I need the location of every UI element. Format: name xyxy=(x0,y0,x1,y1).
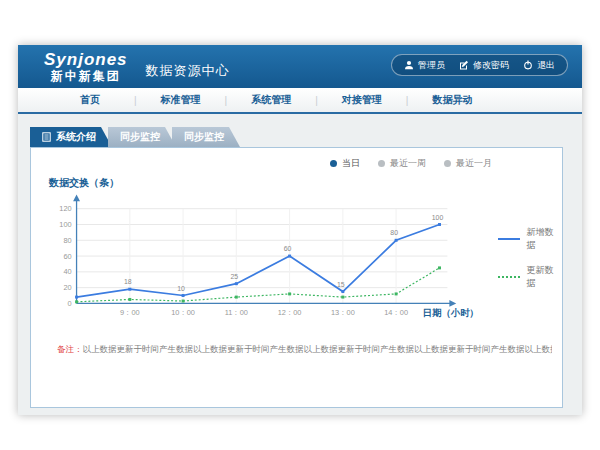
nav-item-data-change[interactable]: 数据异动 xyxy=(408,93,496,107)
nav-item-home[interactable]: 首页 xyxy=(46,93,134,107)
main-nav: 首页 | 标准管理 | 系统管理 | 对接管理 | 数据异动 xyxy=(18,88,582,114)
svg-text:18: 18 xyxy=(124,278,132,285)
svg-text:14：00: 14：00 xyxy=(384,308,408,317)
y-axis-title: 数据交换（条） xyxy=(49,176,562,190)
radio-last-month[interactable]: 最近一月 xyxy=(444,157,492,170)
user-icon xyxy=(404,60,414,70)
line-chart: 0204060801001209：0010：0011：0012：0013：001… xyxy=(45,192,484,328)
footnote-text: 以上数据更新于时间产生数据以上数据更新于时间产生数据以上数据更新于时间产生数据以… xyxy=(83,344,553,354)
footnote-prefix: 备注： xyxy=(57,344,83,354)
svg-text:25: 25 xyxy=(231,273,239,280)
logo-subtitle: 新中新集团 xyxy=(44,70,128,82)
power-icon xyxy=(523,60,533,70)
svg-text:100: 100 xyxy=(432,214,444,221)
svg-text:100: 100 xyxy=(59,220,71,229)
chart-legend: 新增数据 更新数据 xyxy=(498,226,562,328)
svg-text:0: 0 xyxy=(68,299,72,308)
radio-today[interactable]: 当日 xyxy=(330,157,360,170)
radio-dot xyxy=(444,160,451,167)
legend-line-solid-icon xyxy=(498,238,520,240)
header: Synjones 新中新集团 数据资源中心 管理员 修改密码 xyxy=(18,45,582,88)
change-password-label: 修改密码 xyxy=(473,59,509,72)
logout-label: 退出 xyxy=(537,59,555,72)
radio-label: 当日 xyxy=(342,157,360,170)
svg-text:13：00: 13：00 xyxy=(331,308,355,317)
radio-label: 最近一月 xyxy=(456,157,492,170)
user-toolbar: 管理员 修改密码 退出 xyxy=(391,54,568,76)
tab-sync-monitor-2[interactable]: 同步监控 xyxy=(172,127,240,147)
change-password-button[interactable]: 修改密码 xyxy=(459,59,509,72)
svg-text:10: 10 xyxy=(177,285,185,292)
content-panel: 当日 最近一周 最近一月 数据交换（条） 0204060801001209：00… xyxy=(30,147,563,408)
svg-text:9：00: 9：00 xyxy=(120,308,140,317)
edit-icon xyxy=(459,60,469,70)
nav-item-standards[interactable]: 标准管理 xyxy=(137,93,225,107)
svg-text:10：00: 10：00 xyxy=(171,308,195,317)
legend-line-dotted-icon xyxy=(498,276,520,278)
tab-bar: 系统介绍 同步监控 同步监控 xyxy=(30,127,582,147)
radio-label: 最近一周 xyxy=(390,157,426,170)
svg-text:15: 15 xyxy=(337,281,345,288)
svg-text:40: 40 xyxy=(63,267,71,276)
svg-text:120: 120 xyxy=(59,204,71,213)
app-window: Synjones 新中新集团 数据资源中心 管理员 修改密码 xyxy=(18,45,582,415)
svg-text:20: 20 xyxy=(63,283,71,292)
legend-item-updated-data: 更新数据 xyxy=(498,264,562,290)
svg-text:80: 80 xyxy=(63,236,71,245)
current-user-button[interactable]: 管理员 xyxy=(404,59,445,72)
legend-label: 新增数据 xyxy=(527,226,562,252)
page-title: 数据资源中心 xyxy=(146,62,230,80)
tab-label: 系统介绍 xyxy=(56,130,96,144)
svg-text:日期（小时）: 日期（小时） xyxy=(423,307,479,319)
user-name-label: 管理员 xyxy=(418,59,445,72)
chart-area: 0204060801001209：0010：0011：0012：0013：001… xyxy=(45,192,562,328)
radio-last-week[interactable]: 最近一周 xyxy=(378,157,426,170)
nav-item-system[interactable]: 系统管理 xyxy=(227,93,315,107)
tab-sync-monitor-1[interactable]: 同步监控 xyxy=(108,127,176,147)
logo-name: Synjones xyxy=(44,51,128,68)
radio-dot xyxy=(330,160,337,167)
nav-item-integration[interactable]: 对接管理 xyxy=(318,93,406,107)
legend-item-new-data: 新增数据 xyxy=(498,226,562,252)
logout-button[interactable]: 退出 xyxy=(523,59,555,72)
svg-text:60: 60 xyxy=(284,245,292,252)
tab-label: 同步监控 xyxy=(184,130,224,144)
time-range-filter: 当日 最近一周 最近一月 xyxy=(31,148,562,170)
svg-text:11：00: 11：00 xyxy=(225,308,248,317)
tab-label: 同步监控 xyxy=(120,130,160,144)
document-icon xyxy=(42,132,51,142)
legend-label: 更新数据 xyxy=(527,264,562,290)
footnote: 备注：以上数据更新于时间产生数据以上数据更新于时间产生数据以上数据更新于时间产生… xyxy=(57,344,552,356)
company-logo: Synjones 新中新集团 xyxy=(44,51,128,82)
svg-text:12：00: 12：00 xyxy=(278,308,302,317)
tab-system-intro[interactable]: 系统介绍 xyxy=(30,127,112,147)
svg-text:60: 60 xyxy=(63,252,71,261)
svg-text:80: 80 xyxy=(390,229,398,236)
radio-dot xyxy=(378,160,385,167)
